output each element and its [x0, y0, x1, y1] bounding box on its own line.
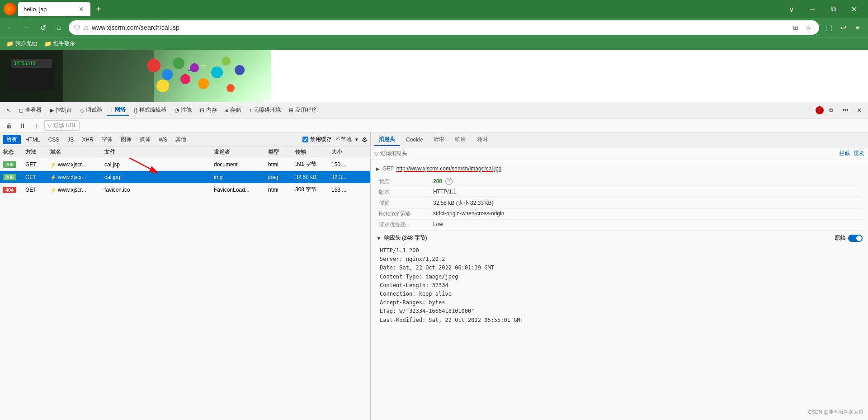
svg-point-6	[162, 69, 173, 80]
back-button[interactable]: ←	[4, 21, 17, 34]
raw-toggle-switch[interactable]	[848, 235, 863, 242]
window-close-button[interactable]: ✕	[844, 2, 864, 16]
storage-tool[interactable]: ≡ 存储	[222, 104, 245, 116]
clear-network-button[interactable]: 🗑	[4, 120, 14, 131]
filter-all[interactable]: 所有	[3, 135, 21, 144]
row2-type: jpeg	[268, 174, 295, 180]
devtools-responsive-btn[interactable]: ⧉	[826, 105, 837, 115]
svg-point-5	[147, 59, 160, 72]
filter-font[interactable]: 字体	[98, 135, 116, 144]
account-button[interactable]: ↩	[836, 21, 850, 34]
resend-link[interactable]: 重发	[854, 150, 864, 157]
svg-point-11	[198, 78, 209, 89]
referrer-label: Referrer 策略	[376, 209, 430, 220]
disable-cache-label[interactable]: 禁用缓存	[302, 136, 332, 143]
row3-status: 404	[3, 187, 25, 193]
bookmark-star-icon[interactable]: ☆	[803, 22, 814, 33]
forward-button[interactable]: →	[20, 21, 33, 34]
debugger-tool[interactable]: ◇ 调试器	[76, 104, 106, 116]
tracking-icon: ⚠	[83, 24, 89, 31]
filter-css[interactable]: CSS	[45, 136, 63, 144]
window-minimize-button[interactable]: ─	[802, 2, 823, 16]
url-filter-box[interactable]: ▽ 过滤 URL	[44, 120, 80, 131]
memory-tool[interactable]: ⊡ 内存	[196, 104, 221, 116]
network-tool[interactable]: ↕ 网络	[107, 104, 129, 116]
request-url-underlined: http://www.xjscrm.com/search/image/cal.j…	[396, 165, 502, 172]
raw-line-3: Date: Sat, 22 Oct 2022 06:01:39 GMT	[380, 264, 859, 272]
console-icon: ▶	[50, 107, 54, 113]
disable-cache-checkbox[interactable]	[302, 137, 308, 142]
priority-value: Low	[430, 220, 863, 231]
url-text: www.xjscrm.com/search/cal.jsp	[92, 24, 788, 31]
storage-icon: ≡	[225, 107, 228, 113]
svg-point-10	[190, 63, 199, 72]
window-dropdown-button[interactable]: ∨	[781, 2, 802, 16]
svg-point-12	[211, 66, 223, 78]
network-list: 所有 HTML CSS JS XHR 字体 图像 媒体 WS 其他 禁用缓存 不…	[0, 133, 371, 420]
devtools-close-btn[interactable]: ✕	[854, 105, 865, 115]
pause-network-button[interactable]: ⏸	[17, 120, 28, 131]
tab-cookie[interactable]: Cookie	[401, 135, 427, 146]
accessibility-tool[interactable]: ↑ 无障碍环境	[245, 104, 284, 116]
tab-response[interactable]: 响应	[451, 134, 471, 146]
bookmark-item-1[interactable]: 📁 我亦无他	[4, 39, 40, 48]
detail-filter-right: 拦截 重发	[839, 150, 864, 157]
tab-close-button[interactable]: ✕	[78, 5, 85, 13]
menu-button[interactable]: ≡	[851, 21, 864, 34]
version-label: 版本	[376, 187, 430, 198]
url-bar[interactable]: 🛡 ⚠ www.xjscrm.com/search/cal.jsp ⊞ ☆	[69, 20, 819, 35]
permissions-icon[interactable]: ⊞	[790, 22, 801, 33]
image-decoration: 32355315	[0, 50, 271, 102]
filter-other[interactable]: 其他	[172, 135, 190, 144]
refresh-button[interactable]: ↺	[36, 21, 50, 34]
style-editor-tool[interactable]: {} 样式编辑器	[130, 104, 170, 116]
filter-js[interactable]: JS	[64, 136, 77, 144]
filter-media[interactable]: 媒体	[136, 135, 154, 144]
expand-icon: ▶	[376, 166, 380, 171]
inspector-tool[interactable]: ↖	[3, 105, 14, 115]
tab-request[interactable]: 请求	[429, 134, 449, 146]
viewer-tool[interactable]: ◻ 查看器	[15, 104, 45, 116]
filter-ws[interactable]: WS	[155, 136, 171, 144]
devtools-right-controls: 1 ⧉ ••• ✕	[816, 105, 865, 115]
debugger-icon: ◇	[80, 107, 84, 113]
new-tab-button[interactable]: +	[92, 3, 105, 15]
throttle-dropdown-icon[interactable]: ▾	[355, 137, 358, 142]
raw-toggle-container: 原始	[835, 234, 863, 242]
status-row: 状态 200 ?	[376, 176, 863, 187]
security-icon: 🛡	[74, 24, 80, 31]
tab-timing[interactable]: 耗时	[472, 134, 492, 146]
window-restore-button[interactable]: ⧉	[823, 2, 844, 16]
bookmarks-bar: 📁 我亦无他 📁 惟手熟尔	[0, 37, 868, 50]
network-filter-bar: 🗑 ⏸ + ▽ 过滤 URL	[0, 118, 868, 133]
raw-line-9: Last-Modified: Sat, 22 Oct 2022 05:55:01…	[380, 316, 859, 325]
home-button[interactable]: ⌂	[52, 21, 66, 34]
request-method-label: GET	[382, 165, 394, 172]
console-tool[interactable]: ▶ 控制台	[46, 104, 75, 116]
intercept-link[interactable]: 拦截	[839, 150, 850, 157]
filter-html[interactable]: HTML	[22, 136, 44, 144]
network-row-1[interactable]: 200 GET ⚡www.xjscr... cal.jsp document h…	[0, 158, 370, 171]
network-settings-btn[interactable]: ⚙	[362, 136, 368, 143]
performance-tool[interactable]: ◔ 性能	[171, 104, 195, 116]
screenshot-button[interactable]: ⬚	[822, 21, 835, 34]
filter-xhr[interactable]: XHR	[78, 136, 97, 144]
network-row-2[interactable]: 200 GET ⚡www.xjscr... cal.jpg img jpeg 3…	[0, 171, 370, 184]
response-headers-section[interactable]: ▼ 响应头 (248 字节) 原始	[376, 234, 863, 242]
devtools-more-btn[interactable]: •••	[839, 105, 852, 115]
tab-message-header[interactable]: 消息头	[374, 134, 400, 146]
nav-bar: ← → ↺ ⌂ 🛡 ⚠ www.xjscrm.com/search/cal.js…	[0, 18, 868, 37]
network-row-3[interactable]: 404 GET ⚡www.xjscr... favicon.ico Favico…	[0, 184, 370, 196]
window-controls: ∨ ─ ⧉ ✕	[781, 2, 864, 16]
status-help-icon[interactable]: ?	[445, 178, 453, 185]
col-header-domain: 域名	[50, 148, 104, 156]
bookmark-item-2[interactable]: 📁 惟手熟尔	[42, 39, 78, 48]
detail-tabs: 消息头 Cookie 请求 响应 耗时	[371, 133, 868, 147]
row1-domain: ⚡www.xjscr...	[50, 161, 104, 168]
application-tool[interactable]: ⊞ 应用程序	[285, 104, 321, 116]
row1-transfer: 391 字节	[295, 160, 331, 168]
error-badge: 1	[816, 106, 824, 114]
filter-image[interactable]: 图像	[117, 135, 135, 144]
active-tab[interactable]: hello, jsp ✕	[18, 2, 90, 16]
add-filter-button[interactable]: +	[31, 120, 42, 131]
